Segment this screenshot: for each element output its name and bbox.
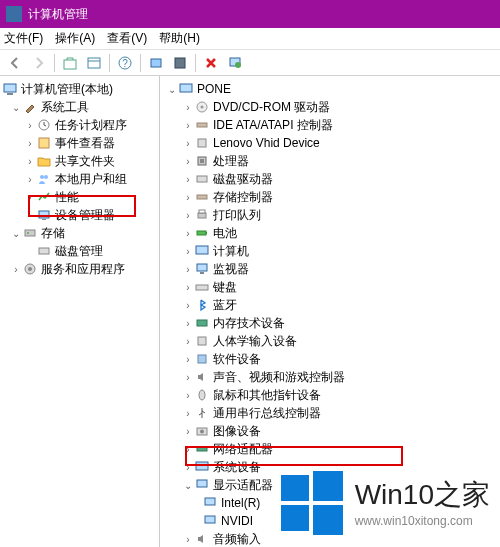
expand-arrow-icon[interactable]: ›	[182, 390, 194, 401]
menu-file[interactable]: 文件(F)	[4, 30, 43, 47]
expand-arrow-icon[interactable]: ›	[182, 408, 194, 419]
svg-point-24	[201, 106, 204, 109]
menu-view[interactable]: 查看(V)	[107, 30, 147, 47]
tree-root[interactable]: 计算机管理(本地)	[2, 80, 157, 98]
svg-rect-10	[7, 93, 13, 95]
expand-arrow-icon[interactable]: ›	[24, 156, 36, 167]
mouse-icon	[194, 388, 210, 402]
expand-arrow-icon[interactable]: ⌄	[182, 480, 194, 491]
svg-rect-35	[196, 246, 208, 254]
cat-storectl[interactable]: ›存储控制器	[162, 188, 498, 206]
cat-battery[interactable]: ›电池	[162, 224, 498, 242]
cat-bluetooth[interactable]: ›蓝牙	[162, 296, 498, 314]
expand-arrow-icon[interactable]: ›	[182, 354, 194, 365]
expand-arrow-icon[interactable]: ›	[182, 120, 194, 131]
expand-arrow-icon[interactable]: ›	[182, 228, 194, 239]
expand-arrow-icon[interactable]: ›	[182, 534, 194, 545]
cat-hid[interactable]: ›人体学输入设备	[162, 332, 498, 350]
tree-perf[interactable]: ›性能	[2, 188, 157, 206]
up-button[interactable]	[59, 52, 81, 74]
uninstall-button[interactable]	[200, 52, 222, 74]
expand-arrow-icon[interactable]: ›	[182, 138, 194, 149]
tree-task[interactable]: ›任务计划程序	[2, 116, 157, 134]
expand-arrow-icon[interactable]: ›	[182, 462, 194, 473]
scan-button[interactable]	[145, 52, 167, 74]
cat-memtech[interactable]: ›内存技术设备	[162, 314, 498, 332]
expand-arrow-icon[interactable]: ›	[182, 282, 194, 293]
memory-icon	[194, 316, 210, 330]
svg-rect-39	[197, 320, 207, 326]
svg-rect-5	[151, 59, 161, 67]
device-button[interactable]	[169, 52, 191, 74]
cat-computer[interactable]: ›计算机	[162, 242, 498, 260]
tree-storage[interactable]: ⌄存储	[2, 224, 157, 242]
device-manager-icon	[36, 208, 52, 222]
expand-arrow-icon[interactable]: ⌄	[10, 228, 22, 239]
speaker-icon	[194, 370, 210, 384]
watermark: Win10之家 www.win10xitong.com	[277, 467, 490, 537]
back-button[interactable]	[4, 52, 26, 74]
disc-icon	[194, 100, 210, 114]
battery-icon	[194, 226, 210, 240]
cat-lenovo[interactable]: ›Lenovo Vhid Device	[162, 134, 498, 152]
tree-systools[interactable]: ⌄系统工具	[2, 98, 157, 116]
expand-arrow-icon[interactable]: ›	[24, 120, 36, 131]
keyboard-icon	[194, 280, 210, 294]
expand-arrow-icon[interactable]: ›	[182, 444, 194, 455]
expand-arrow-icon[interactable]: ›	[182, 102, 194, 113]
forward-button[interactable]	[28, 52, 50, 74]
expand-arrow-icon[interactable]: ›	[182, 264, 194, 275]
expand-arrow-icon[interactable]: ›	[10, 264, 22, 275]
expand-arrow-icon[interactable]: ›	[182, 300, 194, 311]
svg-rect-30	[197, 195, 207, 199]
expand-arrow-icon[interactable]: ›	[182, 156, 194, 167]
cat-image[interactable]: ›图像设备	[162, 422, 498, 440]
cat-monitor[interactable]: ›监视器	[162, 260, 498, 278]
svg-rect-6	[175, 58, 185, 68]
tree-disk[interactable]: 磁盘管理	[2, 242, 157, 260]
svg-rect-50	[281, 475, 309, 501]
cat-diskdrv[interactable]: ›磁盘驱动器	[162, 170, 498, 188]
menu-action[interactable]: 操作(A)	[55, 30, 95, 47]
expand-arrow-icon[interactable]: ⌄	[166, 84, 178, 95]
expand-arrow-icon[interactable]: ›	[182, 246, 194, 257]
device-root[interactable]: ⌄PONE	[162, 80, 498, 98]
expand-arrow-icon[interactable]: ›	[182, 336, 194, 347]
users-icon	[36, 172, 52, 186]
windows-logo-icon	[277, 467, 347, 537]
expand-arrow-icon[interactable]: ›	[182, 426, 194, 437]
cat-cpu[interactable]: ›处理器	[162, 152, 498, 170]
svg-rect-19	[39, 248, 49, 254]
expand-arrow-icon[interactable]: ›	[182, 210, 194, 221]
cat-network[interactable]: ›网络适配器	[162, 440, 498, 458]
expand-arrow-icon[interactable]: ›	[182, 318, 194, 329]
watermark-url: www.win10xitong.com	[355, 514, 490, 528]
tree-shared[interactable]: ›共享文件夹	[2, 152, 157, 170]
expand-arrow-icon[interactable]: ›	[24, 138, 36, 149]
cat-keyboard[interactable]: ›键盘	[162, 278, 498, 296]
tree-users[interactable]: ›本地用户和组	[2, 170, 157, 188]
cat-sound[interactable]: ›声音、视频和游戏控制器	[162, 368, 498, 386]
cat-dvd[interactable]: ›DVD/CD-ROM 驱动器	[162, 98, 498, 116]
cat-usb[interactable]: ›通用串行总线控制器	[162, 404, 498, 422]
svg-point-42	[199, 390, 205, 400]
svg-rect-31	[198, 213, 206, 218]
cat-printq[interactable]: ›打印队列	[162, 206, 498, 224]
tree-event[interactable]: ›事件查看器	[2, 134, 157, 152]
watermark-text: Win10之家 www.win10xitong.com	[355, 476, 490, 528]
show-button[interactable]	[83, 52, 105, 74]
expand-arrow-icon[interactable]: ›	[182, 372, 194, 383]
help-button[interactable]: ?	[114, 52, 136, 74]
cat-mouse[interactable]: ›鼠标和其他指针设备	[162, 386, 498, 404]
expand-arrow-icon[interactable]: ›	[24, 192, 36, 203]
expand-arrow-icon[interactable]: ›	[24, 174, 36, 185]
menu-help[interactable]: 帮助(H)	[159, 30, 200, 47]
expand-arrow-icon[interactable]: ›	[182, 192, 194, 203]
refresh-button[interactable]	[224, 52, 246, 74]
tree-services[interactable]: ›服务和应用程序	[2, 260, 157, 278]
cat-software[interactable]: ›软件设备	[162, 350, 498, 368]
expand-arrow-icon[interactable]: ⌄	[10, 102, 22, 113]
expand-arrow-icon[interactable]: ›	[182, 174, 194, 185]
cat-ide[interactable]: ›IDE ATA/ATAPI 控制器	[162, 116, 498, 134]
tree-devmgr[interactable]: 设备管理器	[2, 206, 157, 224]
